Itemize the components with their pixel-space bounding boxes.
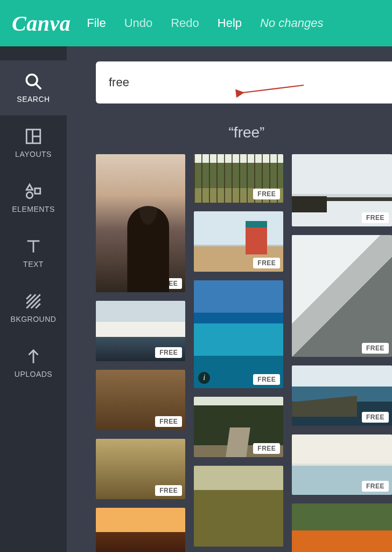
free-badge: FREE [362,212,389,223]
result-card[interactable]: FREE [96,439,185,499]
elements-icon [24,182,43,201]
menu-undo[interactable]: Undo [124,16,153,30]
sidebar-tab-layouts[interactable]: LAYOUTS [0,115,67,170]
top-bar: Canva File Undo Redo Help No changes [0,0,392,46]
gallery-column: FREE FREE i FREE FREE [194,154,283,552]
result-card[interactable]: FREE [96,154,185,292]
result-card[interactable]: FREE [96,508,185,552]
sidebar-label: TEXT [23,260,44,268]
sidebar-tab-background[interactable]: BKGROUND [0,280,67,335]
layouts-icon [24,127,43,146]
svg-line-11 [26,294,36,303]
gallery-column: FREE FREE FREE FREE [292,154,392,552]
results-gallery: FREE FREE FREE FREE FREE FREE [96,154,392,552]
free-badge: FREE [253,374,280,385]
top-menu: File Undo Redo Help No changes [87,16,323,30]
sidebar-tab-text[interactable]: TEXT [0,225,67,280]
result-card[interactable]: i FREE [194,280,283,388]
result-card[interactable] [194,466,283,547]
result-card[interactable]: FREE [194,211,283,272]
result-card[interactable]: FREE [292,154,392,226]
sidebar-tab-elements[interactable]: ELEMENTS [0,170,67,225]
result-card[interactable]: FREE [194,397,283,457]
svg-line-10 [26,294,31,299]
free-badge: FREE [253,189,280,199]
menu-help[interactable]: Help [218,16,242,30]
result-card[interactable]: FREE [292,365,392,426]
free-badge: FREE [362,412,389,423]
svg-marker-5 [26,184,32,190]
free-badge: FREE [362,343,389,354]
result-card[interactable]: FREE [96,301,185,361]
free-badge: FREE [362,481,389,492]
search-panel: “free” FREE FREE FREE FREE FREE [67,46,392,552]
results-title: “free” [96,124,392,141]
svg-line-1 [36,84,41,89]
svg-line-14 [36,303,40,308]
sidebar-tab-uploads[interactable]: UPLOADS [0,335,67,390]
menu-file[interactable]: File [87,16,106,30]
menu-redo[interactable]: Redo [171,16,199,30]
sidebar-label: LAYOUTS [15,150,52,158]
save-status: No changes [260,16,323,30]
search-icon [24,72,43,91]
sidebar-label: UPLOADS [15,370,52,378]
svg-point-6 [26,192,32,198]
svg-point-0 [26,74,37,85]
free-badge: FREE [253,443,280,454]
sidebar-label: ELEMENTS [12,205,54,213]
free-badge: FREE [155,485,182,496]
svg-rect-7 [35,188,40,194]
uploads-icon [24,347,43,365]
result-card[interactable]: FREE [194,154,283,203]
svg-line-13 [31,299,40,308]
sidebar: SEARCH LAYOUTS ELEMENTS TEXT BKGROUND [0,46,67,552]
svg-line-16 [242,85,304,93]
info-icon[interactable]: i [198,372,210,384]
text-icon [24,237,43,256]
search-box[interactable] [96,61,392,104]
app-logo: Canva [12,11,71,36]
free-badge: FREE [155,347,182,358]
free-badge: FREE [253,258,280,268]
free-badge: FREE [155,416,182,427]
result-card[interactable]: FREE [292,434,392,495]
background-icon [24,292,43,310]
sidebar-tab-search[interactable]: SEARCH [0,60,67,115]
annotation-arrow [239,83,309,101]
gallery-column: FREE FREE FREE FREE FREE [96,154,185,552]
result-card[interactable] [292,503,392,552]
sidebar-label: SEARCH [17,95,50,104]
free-badge: FREE [155,278,182,289]
sidebar-label: BKGROUND [11,315,57,323]
main-area: SEARCH LAYOUTS ELEMENTS TEXT BKGROUND [0,46,392,552]
result-card[interactable]: FREE [292,235,392,357]
result-card[interactable]: FREE [96,370,185,430]
